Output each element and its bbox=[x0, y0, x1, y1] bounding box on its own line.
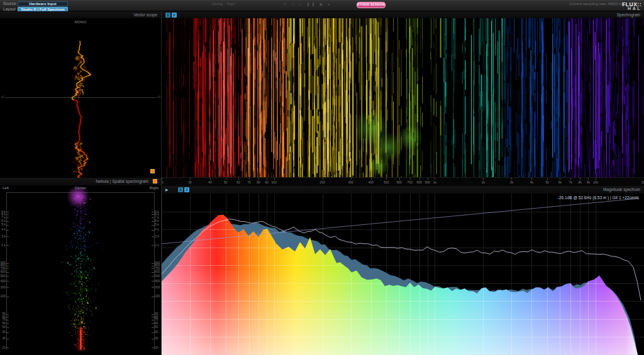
magnitude-tab-2[interactable]: 2 bbox=[184, 187, 189, 192]
freq-tick-label: 60 bbox=[236, 180, 240, 184]
freq-tick bbox=[570, 178, 571, 180]
freq-tick bbox=[483, 178, 484, 180]
spectrogram-tab-1[interactable]: 1 bbox=[165, 13, 170, 18]
play-icon[interactable]: ▶ bbox=[165, 187, 169, 192]
freq-tick-label: 70 bbox=[247, 180, 251, 184]
sampling-rate-label: Current sampling rate: 48000 Hz bbox=[523, 2, 624, 6]
freq-tick-label: 4k bbox=[530, 180, 533, 184]
freq-tick bbox=[249, 178, 250, 180]
freq-tick bbox=[435, 178, 435, 180]
freq-tick bbox=[410, 178, 411, 180]
freq-tick-label: 900 bbox=[425, 180, 430, 184]
freq-tick bbox=[560, 178, 560, 180]
top-toolbar: Source Hardware Input Layout Studio D | … bbox=[0, 0, 644, 11]
analyzer-app: Source Hardware Input Layout Studio D | … bbox=[0, 0, 644, 355]
nebula-overload-indicator[interactable] bbox=[153, 179, 157, 183]
spectrogram-display bbox=[162, 18, 644, 177]
freq-tick-label: 1k bbox=[433, 180, 436, 184]
freq-tick bbox=[162, 178, 162, 180]
freq-tick-label: 6k bbox=[558, 180, 562, 184]
freq-tick-label: 20k bbox=[641, 180, 644, 184]
config-label: Config : "lego" bbox=[212, 2, 236, 6]
nebula-scatter bbox=[0, 185, 161, 355]
freq-tick-label: 100 bbox=[272, 180, 277, 184]
freq-tick bbox=[547, 178, 548, 180]
freq-tick-label: 400 bbox=[368, 180, 373, 184]
freq-tick bbox=[399, 178, 400, 180]
freq-tick bbox=[226, 178, 226, 180]
magnitude-display[interactable]: -26.1dB @ 52.6Hz (6.53 m ) | G# 1 +22cen… bbox=[162, 194, 644, 355]
freq-tick-label: 20 bbox=[162, 180, 164, 184]
freq-tick-label: 800 bbox=[416, 180, 421, 184]
vectorscope-trace bbox=[0, 18, 161, 178]
freq-tick bbox=[386, 178, 387, 180]
freq-tick-label: 30 bbox=[188, 180, 192, 184]
freq-tick bbox=[596, 178, 596, 180]
freq-tick-label: 10k bbox=[593, 180, 598, 184]
spectrogram-title: Spectrogram bbox=[617, 13, 640, 17]
freq-tick bbox=[419, 178, 420, 180]
freq-tick-label: 50 bbox=[224, 180, 228, 184]
freq-tick-label: 500 bbox=[384, 180, 389, 184]
freq-tick bbox=[580, 178, 580, 180]
hal-logo: HAL bbox=[628, 6, 641, 11]
nebula-display: Left Center Right 9 k9 k8 k8 k7 k7 k6 k6… bbox=[0, 185, 161, 355]
freq-tick-label: 700 bbox=[408, 180, 413, 184]
vectorscope-overload-indicator[interactable] bbox=[150, 169, 155, 173]
magnitude-title: Magnitude spectrum bbox=[603, 187, 640, 192]
freq-tick bbox=[190, 178, 191, 180]
spectrogram-image bbox=[162, 18, 644, 177]
freq-tick-label: 9k bbox=[587, 180, 590, 184]
freq-tick bbox=[428, 178, 428, 180]
freq-tick bbox=[210, 178, 211, 180]
vectorscope-title: Vector scope bbox=[133, 13, 157, 17]
source-selector-button[interactable]: Hardware Input bbox=[18, 1, 68, 6]
freq-tick bbox=[238, 178, 239, 180]
spectrogram-frequency-axis: 2030405060708090100200300400500600700800… bbox=[162, 177, 644, 186]
freq-tick bbox=[274, 178, 275, 180]
freq-tick-label: 5k bbox=[545, 180, 548, 184]
freq-tick bbox=[371, 178, 372, 180]
freq-tick-label: 80 bbox=[257, 180, 260, 184]
freq-tick-label: 90 bbox=[265, 180, 269, 184]
freq-tick bbox=[511, 178, 512, 180]
freq-tick bbox=[351, 178, 352, 180]
freq-tick bbox=[258, 178, 259, 180]
freq-tick bbox=[588, 178, 589, 180]
freq-tick bbox=[531, 178, 532, 180]
freq-tick bbox=[323, 178, 323, 180]
freq-tick-label: 8k bbox=[579, 180, 582, 184]
freq-tick-label: 7k bbox=[569, 180, 572, 184]
freq-tick bbox=[267, 178, 267, 180]
freq-tick-label: 40 bbox=[208, 180, 212, 184]
freq-tick-label: 300 bbox=[348, 180, 353, 184]
freq-tick-label: 3k bbox=[510, 180, 513, 184]
nebula-title: Nebula | Spatial spectrogram bbox=[96, 179, 148, 183]
freq-tick-label: 200 bbox=[319, 180, 325, 184]
spectrogram-tab-2[interactable]: 2 bbox=[172, 13, 177, 18]
vectorscope-display: MONO +0 +0 bbox=[0, 18, 161, 178]
studio-session-badge[interactable]: STUDIO SESSION bbox=[357, 2, 386, 8]
magnitude-tab-1[interactable]: 1 bbox=[178, 187, 183, 192]
cursor-readout: -26.1dB @ 52.6Hz (6.53 m ) | G# 1 +22cen… bbox=[558, 195, 639, 200]
freq-tick-label: 2k bbox=[482, 180, 485, 184]
magnitude-spectrum-plot bbox=[162, 194, 644, 355]
transport-icons[interactable]: ✕ ◁ ▷ ❚❚ ◼ ● bbox=[283, 2, 331, 6]
freq-tick-label: 600 bbox=[396, 180, 401, 184]
